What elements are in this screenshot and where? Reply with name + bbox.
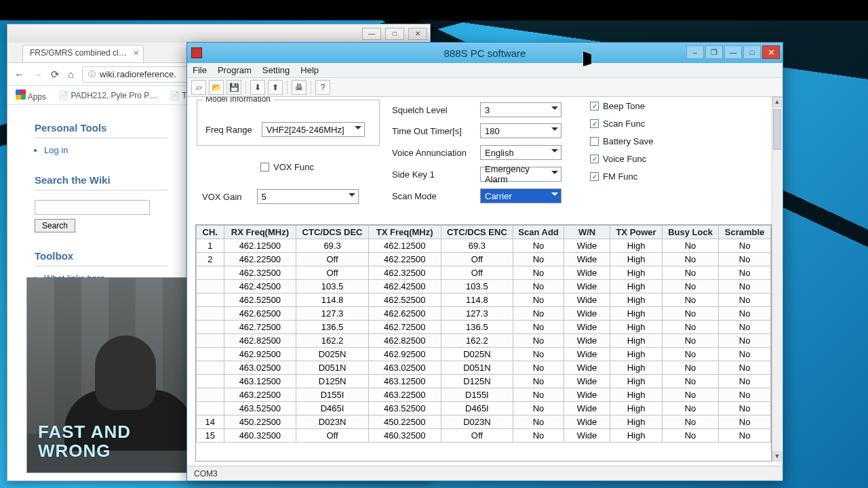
- table-cell[interactable]: No: [513, 253, 564, 266]
- table-cell[interactable]: No: [662, 334, 718, 348]
- table-cell[interactable]: Off: [296, 429, 369, 443]
- table-cell[interactable]: Off: [441, 253, 513, 266]
- table-cell[interactable]: No: [513, 307, 564, 321]
- open-icon[interactable]: 📂: [209, 80, 224, 95]
- table-cell[interactable]: D465I: [441, 402, 513, 415]
- minimize-button[interactable]: —: [724, 45, 742, 59]
- table-cell[interactable]: Off: [441, 266, 513, 280]
- table-cell[interactable]: 103.5: [296, 280, 369, 293]
- table-cell[interactable]: [197, 402, 224, 415]
- channel-table[interactable]: CH.RX Freq(MHz)CTC/DCS DECTX Freq(MHz)CT…: [195, 224, 772, 462]
- table-cell[interactable]: No: [662, 348, 718, 361]
- table-cell[interactable]: No: [719, 293, 771, 307]
- table-cell[interactable]: Wide: [564, 321, 610, 334]
- vox-func-checkbox[interactable]: VOX Func: [260, 162, 314, 172]
- table-cell[interactable]: High: [610, 348, 663, 361]
- table-cell[interactable]: 450.22500: [368, 415, 441, 429]
- table-cell[interactable]: High: [610, 361, 663, 375]
- table-cell[interactable]: Wide: [564, 334, 610, 348]
- read-radio-icon[interactable]: ⬇: [250, 80, 265, 95]
- home-icon[interactable]: ⌂: [68, 68, 74, 80]
- table-cell[interactable]: No: [662, 266, 718, 280]
- restore-button[interactable]: ❐: [705, 45, 723, 59]
- table-cell[interactable]: [197, 375, 224, 388]
- table-cell[interactable]: D051N: [441, 361, 513, 375]
- table-cell[interactable]: [197, 334, 224, 348]
- table-cell[interactable]: [197, 293, 224, 307]
- table-cell[interactable]: 2: [197, 253, 224, 266]
- column-header[interactable]: Busy Lock: [662, 226, 718, 239]
- table-cell[interactable]: No: [513, 361, 564, 375]
- column-header[interactable]: TX Freq(MHz): [368, 226, 441, 239]
- table-cell[interactable]: 463.22500: [224, 388, 296, 402]
- table-cell[interactable]: 463.52500: [224, 402, 296, 415]
- table-cell[interactable]: D025N: [296, 348, 369, 361]
- scroll-up-icon[interactable]: ▲: [772, 97, 782, 107]
- table-cell[interactable]: No: [513, 334, 564, 348]
- table-cell[interactable]: No: [662, 253, 718, 266]
- voice-func-checkbox[interactable]: ✓Voice Func: [590, 154, 653, 164]
- minimize-button[interactable]: —: [362, 28, 381, 40]
- vox-gain-select[interactable]: 5: [257, 189, 359, 204]
- table-cell[interactable]: No: [662, 321, 718, 334]
- forward-icon[interactable]: →: [33, 68, 43, 80]
- table-cell[interactable]: Wide: [564, 429, 610, 443]
- scanmode-select[interactable]: Carrier: [480, 188, 561, 203]
- table-cell[interactable]: 127.3: [296, 307, 369, 321]
- browser-tab[interactable]: FRS/GMRS combined cl… ✕: [22, 45, 144, 62]
- table-cell[interactable]: No: [662, 388, 718, 402]
- table-row[interactable]: 14450.22500D023N450.22500D023NNoWideHigh…: [197, 415, 771, 429]
- table-cell[interactable]: 460.32500: [368, 429, 441, 443]
- table-cell[interactable]: No: [719, 429, 771, 443]
- table-cell[interactable]: No: [513, 239, 564, 253]
- vertical-scrollbar[interactable]: ▲ ▼: [772, 97, 782, 462]
- table-cell[interactable]: High: [610, 402, 663, 415]
- table-cell[interactable]: No: [719, 375, 771, 388]
- table-cell[interactable]: No: [662, 361, 718, 375]
- table-cell[interactable]: D155I: [296, 388, 369, 402]
- menu-help[interactable]: Help: [300, 65, 319, 75]
- scroll-down-icon[interactable]: ▼: [772, 451, 782, 462]
- table-cell[interactable]: D125N: [296, 375, 369, 388]
- table-cell[interactable]: No: [662, 415, 718, 429]
- table-cell[interactable]: No: [719, 348, 771, 361]
- table-row[interactable]: 462.92500D025N462.92500D025NNoWideHighNo…: [197, 348, 771, 361]
- table-cell[interactable]: No: [513, 348, 564, 361]
- table-cell[interactable]: 462.82500: [368, 334, 441, 348]
- table-cell[interactable]: No: [662, 239, 718, 253]
- table-cell[interactable]: [197, 388, 224, 402]
- table-cell[interactable]: High: [610, 375, 663, 388]
- table-cell[interactable]: 162.2: [296, 334, 369, 348]
- table-cell[interactable]: High: [610, 293, 663, 307]
- menu-setting[interactable]: Setting: [262, 65, 290, 75]
- table-cell[interactable]: No: [719, 266, 771, 280]
- table-cell[interactable]: 450.22500: [224, 415, 296, 429]
- table-cell[interactable]: D465I: [296, 402, 369, 415]
- table-cell[interactable]: Wide: [564, 348, 610, 361]
- back-icon[interactable]: ←: [14, 68, 24, 80]
- table-cell[interactable]: Wide: [564, 375, 610, 388]
- table-cell[interactable]: No: [719, 415, 771, 429]
- table-cell[interactable]: 462.42500: [224, 280, 296, 293]
- close-button[interactable]: ✕: [762, 45, 780, 59]
- table-cell[interactable]: [197, 280, 224, 293]
- table-cell[interactable]: 14: [197, 415, 224, 429]
- maximize-button[interactable]: □: [385, 28, 404, 40]
- help-icon[interactable]: ?: [315, 80, 330, 95]
- save-icon[interactable]: 💾: [226, 80, 241, 95]
- table-row[interactable]: 462.32500Off462.32500OffNoWideHighNoNo: [197, 266, 771, 280]
- table-cell[interactable]: No: [513, 388, 564, 402]
- wiki-search-input[interactable]: [35, 200, 150, 215]
- table-cell[interactable]: No: [719, 239, 771, 253]
- table-cell[interactable]: 462.12500: [368, 239, 441, 253]
- table-cell[interactable]: 462.42500: [368, 280, 441, 293]
- table-row[interactable]: 463.22500D155I463.22500D155INoWideHighNo…: [197, 388, 771, 402]
- table-cell[interactable]: 462.92500: [224, 348, 296, 361]
- table-cell[interactable]: 15: [197, 429, 224, 443]
- table-cell[interactable]: 462.72500: [368, 321, 441, 334]
- table-cell[interactable]: 463.12500: [224, 375, 296, 388]
- beep-tone-checkbox[interactable]: ✓Beep Tone: [590, 101, 653, 111]
- table-row[interactable]: 463.02500D051N463.02500D051NNoWideHighNo…: [197, 361, 771, 375]
- column-header[interactable]: RX Freq(MHz): [224, 226, 296, 239]
- table-cell[interactable]: 462.22500: [224, 253, 296, 266]
